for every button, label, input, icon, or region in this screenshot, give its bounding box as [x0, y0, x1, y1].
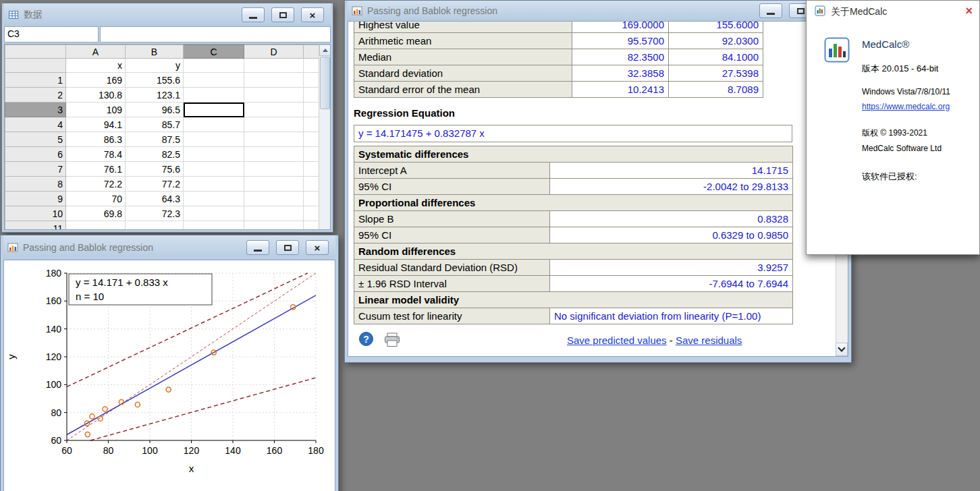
sheet-cell[interactable] [66, 221, 126, 231]
sheet-cell[interactable] [244, 88, 304, 103]
row-header[interactable]: 8 [5, 177, 66, 192]
save-predicted-values-link[interactable]: Save predicted values [567, 335, 667, 346]
sheet-cell[interactable] [184, 177, 244, 192]
sheet-row: 494.185.7 [5, 117, 322, 132]
print-button[interactable] [383, 333, 401, 349]
website-link[interactable]: https://www.medcalc.org [862, 102, 950, 111]
sheet-cell[interactable]: 75.6 [126, 162, 184, 177]
row-header[interactable]: 6 [5, 147, 66, 162]
minimize-button[interactable] [246, 240, 269, 255]
variable-name-cell[interactable]: x [66, 59, 126, 73]
sheet-cell[interactable]: 77.2 [126, 177, 184, 192]
row-header[interactable]: 3 [5, 103, 66, 117]
close-button[interactable]: × [306, 240, 329, 255]
sheet-cell[interactable] [244, 162, 304, 177]
svg-text:n = 10: n = 10 [76, 291, 104, 302]
section-header: Proportional differences [354, 195, 793, 211]
about-titlebar[interactable]: 关于MedCalc [815, 5, 887, 18]
minimize-button[interactable] [242, 7, 265, 22]
minimize-icon [254, 250, 262, 252]
sheet-cell[interactable] [244, 192, 304, 206]
sheet-cell[interactable] [244, 177, 304, 192]
maximize-button[interactable] [276, 240, 299, 255]
close-icon: × [315, 242, 321, 254]
results-window-titlebar[interactable]: Passing and Bablok regression × [348, 1, 848, 21]
medcalc-icon [815, 5, 825, 18]
row-header[interactable]: 1 [5, 73, 66, 88]
column-header-D[interactable]: D [244, 45, 304, 59]
row-header[interactable] [5, 59, 66, 73]
sheet-cell[interactable] [184, 117, 244, 132]
sheet-cell[interactable]: 72.3 [126, 206, 184, 221]
cell-reference-box[interactable]: C3 [4, 26, 99, 42]
row-header[interactable]: 10 [5, 206, 66, 221]
sheet-cell[interactable]: 123.1 [126, 88, 184, 103]
data-vertical-scrollbar[interactable] [319, 45, 330, 229]
sheet-cell[interactable]: 69.8 [66, 206, 126, 221]
sheet-cell[interactable]: 109 [66, 103, 126, 117]
result-row: 95% CI-2.0042 to 29.8133 [354, 179, 793, 195]
sheet-cell[interactable] [184, 162, 244, 177]
result-label: Slope B [354, 211, 550, 227]
corner-cell[interactable] [5, 45, 66, 59]
sheet-cell[interactable]: 82.5 [126, 147, 184, 162]
sheet-cell[interactable]: 169 [66, 73, 126, 88]
data-window-titlebar[interactable]: 数据 × [4, 3, 331, 26]
stats-table-body: Highest value169.0000155.6000Arithmetic … [354, 21, 763, 98]
sheet-cell[interactable] [244, 147, 304, 162]
formula-box[interactable] [100, 26, 331, 42]
help-button[interactable]: ? [359, 332, 373, 346]
column-header-A[interactable]: A [66, 45, 126, 59]
results-window-title: Passing and Bablok regression [367, 5, 759, 16]
sheet-cell[interactable]: 96.5 [126, 103, 184, 117]
sheet-cell[interactable]: 87.5 [126, 132, 184, 147]
sheet-cell[interactable]: 76.1 [66, 162, 126, 177]
sheet-cell[interactable] [244, 103, 304, 117]
sheet-cell[interactable] [184, 132, 244, 147]
sheet-cell[interactable]: 155.6 [126, 73, 184, 88]
row-header[interactable]: 7 [5, 162, 66, 177]
chart-window-titlebar[interactable]: Passing and Bablok regression × [3, 235, 335, 260]
sheet-cell[interactable]: 64.3 [126, 192, 184, 206]
sheet-cell[interactable]: 72.2 [66, 177, 126, 192]
scrollbar-thumb[interactable] [320, 57, 330, 109]
sheet-cell[interactable] [184, 147, 244, 162]
sheet-cell[interactable] [184, 73, 244, 88]
sheet-cell[interactable] [184, 59, 244, 73]
scroll-down-button[interactable] [836, 343, 848, 356]
sheet-cell[interactable] [126, 221, 184, 231]
sheet-cell[interactable] [244, 73, 304, 88]
sheet-cell[interactable] [244, 117, 304, 132]
sheet-cell[interactable]: 78.4 [66, 147, 126, 162]
column-header-C[interactable]: C [184, 45, 244, 59]
row-header[interactable]: 9 [5, 192, 66, 206]
maximize-button[interactable] [271, 7, 294, 22]
sheet-cell[interactable] [184, 88, 244, 103]
sheet-cell[interactable] [244, 206, 304, 221]
sheet-cell[interactable] [244, 59, 304, 73]
sheet-cell[interactable]: 130.8 [66, 88, 126, 103]
stats-row: Highest value169.0000155.6000 [354, 21, 763, 33]
save-residuals-link[interactable]: Save residuals [676, 335, 742, 346]
sheet-cell[interactable] [244, 221, 304, 231]
column-header-B[interactable]: B [126, 45, 184, 59]
row-header[interactable]: 4 [5, 117, 66, 132]
close-button[interactable]: × [301, 7, 324, 22]
close-button[interactable]: × [965, 4, 973, 18]
sheet-cell[interactable] [184, 192, 244, 206]
selected-cell[interactable] [184, 103, 244, 117]
row-header[interactable]: 5 [5, 132, 66, 147]
sheet-cell[interactable]: 94.1 [66, 117, 126, 132]
sheet-cell[interactable]: 86.3 [66, 132, 126, 147]
sheet-cell[interactable] [244, 132, 304, 147]
sheet-cell[interactable]: 70 [66, 192, 126, 206]
row-header[interactable]: 2 [5, 88, 66, 103]
sheet-cell[interactable] [184, 206, 244, 221]
minimize-button[interactable] [759, 3, 782, 18]
maximize-icon [284, 245, 292, 251]
sheet-cell[interactable] [184, 221, 244, 231]
scroll-up-button[interactable] [319, 45, 331, 56]
row-header[interactable]: 11 [5, 221, 66, 231]
variable-name-cell[interactable]: y [126, 59, 184, 73]
sheet-cell[interactable]: 85.7 [126, 117, 184, 132]
